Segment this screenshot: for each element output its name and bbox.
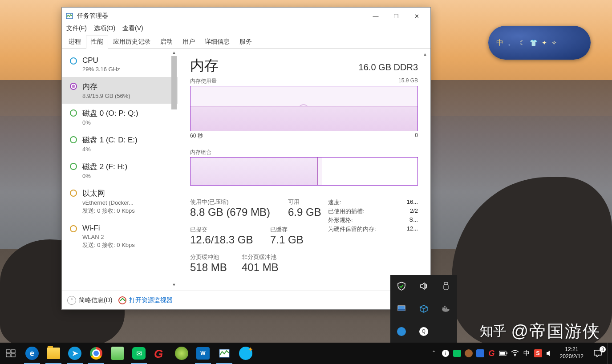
taskbar-task-manager[interactable]	[214, 343, 235, 364]
tab-processes[interactable]: 进程	[64, 36, 86, 49]
open-resource-monitor-link[interactable]: 打开资源监视器	[118, 296, 173, 304]
svg-rect-16	[500, 352, 505, 355]
detail-title: 内存	[190, 56, 219, 76]
minimize-button[interactable]: —	[365, 9, 386, 23]
tray-blue-icon[interactable]	[474, 343, 486, 364]
menu-file[interactable]: 文件(F)	[66, 24, 87, 32]
taskbar-explorer[interactable]	[43, 343, 64, 364]
sidebar-item-ethernet[interactable]: 以太网vEthernet (Docker...发送: 0 接收: 0 Kbps	[62, 184, 178, 219]
stat-nonpaged-value: 401 MB	[242, 261, 279, 274]
maximize-button[interactable]: ☐	[386, 9, 406, 23]
sidebar-item-cpu[interactable]: CPU29% 3.16 GHz	[62, 52, 178, 77]
svg-rect-4	[398, 309, 405, 311]
task-manager-icon	[65, 12, 73, 20]
sidebar-item-disk1[interactable]: 磁盘 1 (C: D: E:)4%	[62, 130, 178, 157]
axis-right: 0	[415, 132, 418, 140]
tray-sogou-icon[interactable]: S	[532, 343, 544, 364]
tray-red-icon[interactable]: G	[486, 343, 498, 364]
network-graph-icon	[70, 225, 77, 232]
tray-volume-icon[interactable]	[544, 343, 555, 364]
windows-security-icon[interactable]	[397, 281, 406, 291]
fewer-details-button[interactable]: ˄ 简略信息(D)	[67, 296, 112, 305]
sidebar-item-disk2[interactable]: 磁盘 2 (F: H:)0%	[62, 157, 178, 184]
close-button[interactable]: ✕	[406, 9, 427, 23]
tray-avatar-icon[interactable]	[463, 343, 474, 364]
task-view-button[interactable]	[0, 343, 21, 364]
menu-view[interactable]: 查看(V)	[122, 24, 143, 32]
monitor-icon[interactable]	[397, 304, 406, 314]
show-desktop-button[interactable]	[608, 343, 610, 364]
tray-wechat-icon[interactable]	[451, 343, 463, 364]
tab-details[interactable]: 详细信息	[200, 36, 235, 49]
taskbar-clock[interactable]: 12:21 2020/2/12	[555, 346, 588, 360]
stat-cached-value: 7.1 GB	[270, 234, 328, 246]
taskbar-app-qq[interactable]: ✦	[235, 343, 256, 364]
svg-point-17	[514, 355, 515, 356]
memory-detail-panel: 内存 16.0 GB DDR3 内存使用量 15.9 GB 60 秒 0 内存组…	[178, 49, 430, 288]
scrollbar-thumb[interactable]	[171, 56, 177, 109]
detail-scrollbar[interactable]: ▲ ▼	[422, 49, 429, 288]
taskbar-app-green[interactable]	[171, 343, 192, 364]
memory-usage-graph[interactable]	[190, 86, 418, 131]
svg-rect-11	[6, 354, 10, 357]
tray-overflow-button[interactable]: ˄	[428, 343, 440, 364]
shirt-icon: 👕	[530, 39, 537, 46]
taskbar-wps[interactable]: W	[192, 343, 214, 364]
taskbar-foxit[interactable]: G	[150, 343, 171, 364]
scroll-up-icon[interactable]: ▲	[170, 49, 178, 56]
tab-startup[interactable]: 启动	[155, 36, 178, 49]
tab-history[interactable]: 应用历史记录	[108, 36, 155, 49]
tab-users[interactable]: 用户	[178, 36, 200, 49]
virtualbox-icon[interactable]	[419, 304, 429, 314]
moon-icon: ☾	[519, 39, 525, 46]
disk-graph-icon	[70, 109, 77, 117]
ime-lang-label: 中	[496, 38, 503, 48]
taskbar-app-thunder[interactable]: ➤	[64, 343, 85, 364]
svg-rect-6	[444, 307, 446, 309]
action-center-button[interactable]: 3	[588, 343, 608, 364]
memory-composition-graph[interactable]	[190, 157, 418, 186]
scroll-up-icon[interactable]: ▲	[422, 51, 429, 58]
stat-committed-value: 12.6/18.3 GB	[190, 234, 270, 246]
tray-ime-icon[interactable]: 中	[521, 343, 532, 364]
sidebar-item-memory[interactable]: 内存8.9/15.9 GB (56%)	[62, 77, 178, 104]
disk-graph-icon	[70, 136, 77, 143]
docker-icon[interactable]	[441, 304, 451, 314]
taskbar-notepad[interactable]	[107, 343, 128, 364]
taskbar-chrome[interactable]	[85, 343, 107, 364]
taskbar-edge[interactable]: e	[21, 343, 43, 364]
disk-graph-icon	[70, 163, 77, 170]
watermark: 知乎 @帝国游侠	[480, 320, 600, 343]
star-icon: ✦	[542, 39, 547, 46]
sound-icon[interactable]	[419, 281, 429, 291]
todesk-icon[interactable]	[397, 327, 406, 336]
svg-rect-9	[6, 350, 10, 353]
stat-avail-label: 可用	[288, 198, 328, 206]
sidebar-scrollbar[interactable]: ▲ ▼	[170, 49, 178, 288]
menu-options[interactable]: 选项(O)	[94, 24, 115, 32]
sidebar-item-disk0[interactable]: 磁盘 0 (O: P: Q:)0%	[62, 104, 178, 130]
ime-floating-widget[interactable]: 中 。 ☾ 👕 ✦ ✧	[488, 26, 591, 60]
titlebar[interactable]: 任务管理器 — ☐ ✕	[62, 8, 430, 24]
cpu-graph-icon	[70, 57, 77, 65]
sidebar-item-wifi[interactable]: Wi-FiWLAN 2发送: 0 接收: 0 Kbps	[62, 219, 178, 254]
tray-app1-icon[interactable]: i	[440, 343, 451, 364]
usb-eject-icon[interactable]	[441, 281, 451, 291]
composition-label: 内存组合	[190, 149, 418, 156]
taskbar-wechat[interactable]: ✉	[128, 343, 150, 364]
stats-right-column: 速度:16... 已使用的插槽:2/2 外形规格:S... 为硬件保留的内存:1…	[328, 198, 418, 281]
tab-services[interactable]: 服务	[235, 36, 257, 49]
ime-sep: 。	[508, 38, 515, 48]
stat-nonpaged-label: 非分页缓冲池	[242, 253, 279, 261]
scroll-down-icon[interactable]: ▼	[170, 281, 178, 288]
stat-cached-label: 已缓存	[270, 226, 328, 234]
stat-paged-label: 分页缓冲池	[190, 253, 242, 261]
tray-battery-icon[interactable]	[498, 343, 509, 364]
stat-paged-value: 518 MB	[190, 261, 242, 274]
chevron-up-icon: ˄	[67, 296, 76, 305]
tab-performance[interactable]: 性能	[86, 36, 108, 49]
composition-used	[190, 158, 318, 185]
qq-icon[interactable]: Q	[419, 327, 429, 336]
tray-wifi-icon[interactable]	[509, 343, 521, 364]
clock-time: 12:21	[560, 346, 584, 353]
